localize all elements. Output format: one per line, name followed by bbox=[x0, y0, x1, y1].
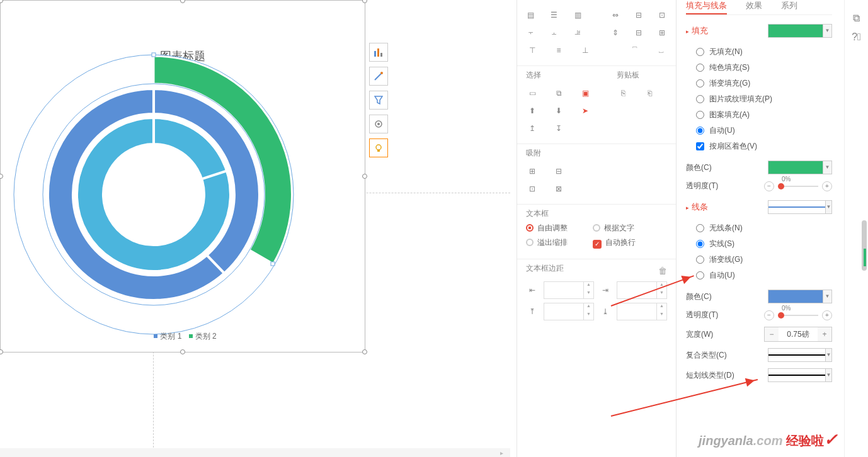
align-top-icon[interactable]: ⫟ bbox=[526, 26, 535, 39]
line-compound-label: 复合类型(C) bbox=[686, 350, 727, 361]
line-color-picker[interactable]: ▼ bbox=[768, 290, 832, 303]
align-center-h-icon[interactable]: ☰ bbox=[549, 9, 559, 21]
textbox-overflow-option[interactable]: 溢出缩排 bbox=[526, 237, 568, 249]
snap-guide-icon[interactable]: ⊟ bbox=[552, 165, 565, 178]
help-icon[interactable]: ?⃝ bbox=[850, 30, 864, 44]
line-preview-swatch[interactable]: ▼ bbox=[768, 200, 832, 214]
trash-icon[interactable]: 🗑 bbox=[658, 266, 667, 276]
clipboard-section-label: 剪贴板 bbox=[617, 70, 656, 81]
copy-icon[interactable]: ⎘ bbox=[617, 87, 629, 99]
line-solid-option[interactable]: 实线(S) bbox=[686, 236, 832, 252]
move-up-icon[interactable]: ↥ bbox=[526, 122, 539, 135]
fill-by-sector-option[interactable]: 按扇区着色(V) bbox=[686, 138, 832, 154]
svg-rect-5 bbox=[377, 48, 379, 57]
svg-rect-4 bbox=[374, 51, 376, 57]
equal-height-icon[interactable]: ⊟ bbox=[634, 26, 643, 39]
margin-left-input[interactable]: ▲▼ bbox=[544, 281, 594, 299]
fill-gradient-option[interactable]: 渐变填充(G) bbox=[686, 76, 832, 91]
move-down-icon[interactable]: ↧ bbox=[552, 122, 565, 135]
properties-panel: 填充与线条 效果 系列 ▸填充 ▼ 无填充(N) 纯色填充(S) 渐变填充(G)… bbox=[677, 0, 841, 457]
align-right-icon[interactable]: ▥ bbox=[573, 9, 583, 21]
line-opacity-label: 透明度(T) bbox=[686, 310, 718, 320]
line-auto-option[interactable]: 自动(U) bbox=[686, 268, 832, 283]
line-gradient-option[interactable]: 渐变线(G) bbox=[686, 252, 832, 268]
tab-series[interactable]: 系列 bbox=[781, 0, 797, 14]
fill-solid-option[interactable]: 纯色填充(S) bbox=[686, 60, 832, 76]
snap-top-icon[interactable]: ⎴ bbox=[628, 44, 641, 57]
fill-color-swatch-top[interactable]: ▼ bbox=[768, 24, 832, 38]
line-opacity-slider[interactable]: − 0% + bbox=[764, 310, 832, 320]
match-size-icon[interactable]: ⊞ bbox=[658, 26, 667, 39]
valign-bot-icon[interactable]: ⊥ bbox=[579, 44, 591, 57]
fill-picture-option[interactable]: 图片或纹理填充(P) bbox=[686, 91, 832, 107]
line-section-header[interactable]: ▸线条 ▼ bbox=[686, 200, 832, 214]
textbox-auto-option[interactable]: 自由调整 bbox=[526, 223, 568, 234]
paste-icon[interactable]: ⎗ bbox=[643, 87, 656, 99]
snap-bot-icon[interactable]: ⎵ bbox=[654, 44, 667, 57]
chart-idea-button[interactable] bbox=[369, 138, 388, 157]
valign-top-icon[interactable]: ⊤ bbox=[526, 44, 539, 57]
snap-edge-icon[interactable]: ⊠ bbox=[552, 183, 565, 195]
tab-effect[interactable]: 效果 bbox=[746, 0, 762, 14]
line-compound-picker[interactable]: ▼ bbox=[768, 348, 832, 362]
svg-rect-2 bbox=[152, 53, 156, 57]
distribute-v-icon[interactable]: ⇕ bbox=[610, 26, 620, 39]
textbox-bytext-option[interactable]: 根据文字 bbox=[593, 223, 634, 234]
align-left-icon[interactable]: ▤ bbox=[526, 9, 535, 21]
margin-bottom-input[interactable]: ▲▼ bbox=[617, 303, 667, 320]
margin-section-label: 文本框边距 bbox=[526, 263, 564, 274]
select-group-icon[interactable]: ⧉ bbox=[552, 87, 565, 99]
align-middle-icon[interactable]: ⫠ bbox=[549, 26, 559, 39]
margin-top-input[interactable]: ▲▼ bbox=[544, 303, 594, 320]
tab-fill-line[interactable]: 填充与线条 bbox=[686, 0, 727, 14]
snap-obj-icon[interactable]: ⊡ bbox=[526, 183, 539, 195]
textbox-section-label: 文本框 bbox=[526, 208, 667, 219]
send-back-icon[interactable]: ⬇ bbox=[552, 104, 565, 117]
line-none-option[interactable]: 无线条(N) bbox=[686, 220, 832, 236]
equal-spacing-icon[interactable]: ⊡ bbox=[658, 9, 667, 21]
svg-point-9 bbox=[377, 123, 380, 125]
svg-point-7 bbox=[380, 72, 383, 74]
margin-right-input[interactable]: ▲▼ bbox=[617, 281, 667, 299]
equal-width-icon[interactable]: ⊟ bbox=[634, 9, 643, 21]
fill-section-header[interactable]: ▸填充 ▼ bbox=[686, 24, 832, 38]
valign-mid-icon[interactable]: ≡ bbox=[552, 44, 565, 57]
doughnut-chart[interactable] bbox=[1, 1, 366, 353]
fill-opacity-slider[interactable]: − 0% + bbox=[764, 181, 832, 191]
margin-top-icon: ⤒ bbox=[526, 305, 539, 318]
chart-selection-box[interactable]: 图表标题 类别 1 类别 2 bbox=[0, 0, 365, 353]
align-bottom-icon[interactable]: ⫡ bbox=[573, 26, 583, 39]
distribute-h-icon[interactable]: ⇔ bbox=[610, 9, 620, 21]
format-toolbox-panel: ▤ ☰ ▥ ⇔ ⊟ ⊡ ⫟ ⫠ ⫡ ⇕ ⊟ ⊞ ⊤ ≡ ⊥ ⎴ ⎵ bbox=[517, 0, 677, 457]
margin-left-icon: ⇤ bbox=[526, 284, 539, 296]
margin-bottom-icon: ⤓ bbox=[599, 305, 612, 318]
legend-label-1: 类别 1 bbox=[160, 332, 181, 341]
bring-front-icon[interactable]: ⬆ bbox=[526, 104, 539, 117]
pointer-icon[interactable]: ➤ bbox=[579, 104, 591, 117]
chart-settings-button[interactable] bbox=[369, 115, 388, 133]
fill-pattern-option[interactable]: 图案填充(A) bbox=[686, 107, 832, 123]
textbox-wrap-option[interactable]: ✓自动换行 bbox=[593, 237, 636, 249]
fill-color-picker[interactable]: ▼ bbox=[768, 161, 832, 174]
legend-swatch-1 bbox=[154, 334, 157, 338]
snap-grid-icon[interactable]: ⊞ bbox=[526, 165, 539, 178]
chart-side-toolbar bbox=[369, 43, 389, 162]
horizontal-scrollbar[interactable]: ▸ bbox=[0, 448, 510, 457]
fill-auto-option[interactable]: 自动(U) bbox=[686, 123, 832, 138]
line-dash-picker[interactable]: ▼ bbox=[768, 368, 832, 382]
chart-style-button[interactable] bbox=[369, 67, 388, 86]
select-object-icon[interactable]: ▭ bbox=[526, 87, 539, 99]
svg-point-10 bbox=[376, 145, 381, 150]
chart-legend[interactable]: 类别 1 类别 2 bbox=[1, 331, 365, 342]
svg-rect-3 bbox=[271, 262, 275, 266]
popout-icon[interactable]: ⧉ bbox=[850, 11, 864, 25]
fill-none-option[interactable]: 无填充(N) bbox=[686, 44, 832, 60]
canvas-area[interactable]: 图表标题 类别 1 类别 2 bbox=[0, 0, 510, 457]
select-section-label: 选择 bbox=[526, 70, 591, 81]
line-width-spinner[interactable]: −0.75磅+ bbox=[764, 327, 832, 342]
select-similar-icon[interactable]: ▣ bbox=[579, 87, 591, 99]
svg-rect-6 bbox=[380, 53, 382, 57]
chart-filter-button[interactable] bbox=[369, 91, 388, 110]
snap-section-label: 吸附 bbox=[526, 148, 667, 159]
chart-elements-button[interactable] bbox=[369, 43, 388, 62]
